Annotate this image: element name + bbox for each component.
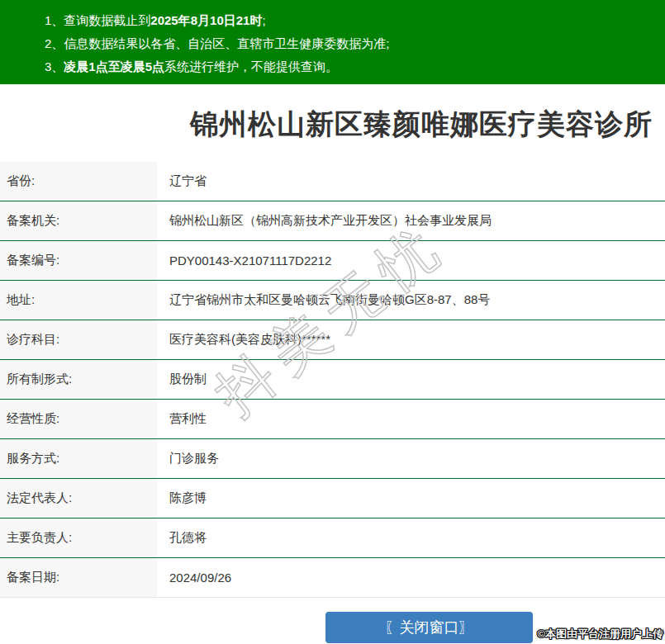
table-row-legal-representative: 法定代表人: 陈彦博 — [0, 479, 665, 519]
page-title: 锦州松山新区臻颜唯娜医疗美容诊所 — [190, 106, 665, 144]
field-label: 备案日期: — [0, 558, 157, 597]
notice-text: 2、信息数据结果以各省、自治区、直辖市卫生健康委数据为准; — [45, 36, 390, 50]
table-row-treatment-subjects: 诊疗科目: 医疗美容科(美容皮肤科)****** — [0, 320, 665, 360]
table-row-address: 地址: 辽宁省锦州市太和区曼哈顿云飞南街曼哈顿G区8-87、88号 — [0, 281, 665, 320]
field-value: 医疗美容科(美容皮肤科)****** — [157, 320, 665, 359]
close-window-button[interactable]: 〖关闭窗口〗 — [325, 612, 533, 643]
table-row-service-mode: 服务方式: 门诊服务 — [0, 439, 665, 479]
notice-bold-text: 凌晨1点至凌晨5点 — [64, 59, 164, 73]
notice-text: ; — [262, 13, 265, 27]
field-value: 门诊服务 — [157, 439, 665, 478]
field-label: 服务方式: — [0, 439, 157, 478]
field-label: 经营性质: — [0, 400, 157, 438]
field-value: 股份制 — [157, 360, 665, 399]
title-area: 锦州松山新区臻颜唯娜医疗美容诊所 — [0, 84, 665, 162]
field-value: PDY00143-X21071117D2212 — [157, 241, 665, 280]
table-row-province: 省份: 辽宁省 — [0, 162, 665, 201]
table-row-filing-number: 备案编号: PDY00143-X21071117D2212 — [0, 241, 665, 281]
info-table: 省份: 辽宁省 备案机关: 锦州松山新区（锦州高新技术产业开发区）社会事业发展局… — [0, 162, 665, 598]
field-value: 孔德将 — [157, 519, 665, 557]
notice-text: 1、查询数据截止到 — [45, 13, 150, 27]
field-label: 所有制形式: — [0, 360, 157, 399]
field-label: 法定代表人: — [0, 479, 157, 518]
field-value: 锦州松山新区（锦州高新技术产业开发区）社会事业发展局 — [157, 201, 665, 240]
field-label: 诊疗科目: — [0, 320, 157, 359]
notice-bold-text: 2025年8月10日21时 — [150, 13, 262, 27]
field-value: 辽宁省锦州市太和区曼哈顿云飞南街曼哈顿G区8-87、88号 — [157, 281, 665, 320]
notice-line-2: 2、信息数据结果以各省、自治区、直辖市卫生健康委数据为准; — [45, 32, 657, 55]
field-value: 辽宁省 — [157, 162, 665, 201]
table-row-ownership-form: 所有制形式: 股份制 — [0, 360, 665, 400]
field-label: 备案编号: — [0, 241, 157, 280]
table-row-filing-authority: 备案机关: 锦州松山新区（锦州高新技术产业开发区）社会事业发展局 — [0, 201, 665, 241]
field-label: 主要负责人: — [0, 519, 157, 557]
table-row-operating-nature: 经营性质: 营利性 — [0, 400, 665, 439]
table-row-principal: 主要负责人: 孔德将 — [0, 519, 665, 558]
notice-line-3: 3、凌晨1点至凌晨5点系统进行维护，不能提供查询。 — [45, 55, 657, 78]
field-value: 陈彦博 — [157, 479, 665, 518]
notice-line-1: 1、查询数据截止到2025年8月10日21时; — [45, 9, 657, 32]
field-label: 备案机关: — [0, 201, 157, 240]
field-label: 省份: — [0, 162, 157, 201]
field-value: 2024/09/26 — [157, 558, 665, 597]
table-row-filing-date: 备案日期: 2024/09/26 — [0, 558, 665, 598]
notice-text: 3、 — [45, 59, 64, 73]
corner-watermark: ©本图由平台注册用户上传 — [537, 627, 663, 642]
field-label: 地址: — [0, 281, 157, 320]
field-value: 营利性 — [157, 400, 665, 438]
notice-text: 系统进行维护，不能提供查询。 — [164, 59, 338, 73]
notice-banner: 1、查询数据截止到2025年8月10日21时; 2、信息数据结果以各省、自治区、… — [0, 0, 665, 84]
